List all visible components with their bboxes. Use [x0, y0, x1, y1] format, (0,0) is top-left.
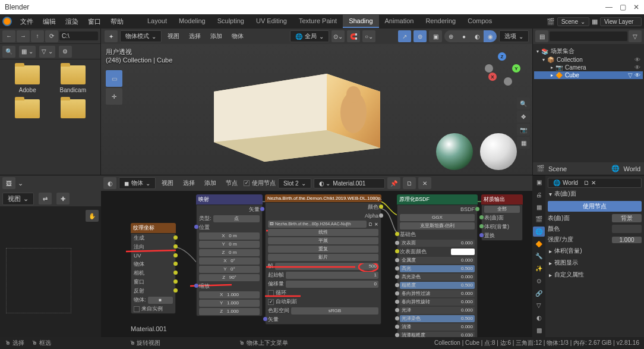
- node-node-menu[interactable]: 节点: [222, 179, 241, 187]
- panel-viewport[interactable]: ▸视图显示: [548, 257, 642, 269]
- material-dropdown[interactable]: ◐ ⌄ Material.001: [314, 178, 385, 188]
- shade-solid-button[interactable]: ●: [457, 30, 471, 42]
- slot-dropdown[interactable]: Slot 2 ⌄: [278, 178, 311, 188]
- node-principled-bsdf[interactable]: 原理化BSDF BSDF GGX 克里斯坦森-伯利 基础色 次表面0.000 次…: [397, 194, 478, 337]
- vp-object-menu[interactable]: 物体: [228, 32, 247, 40]
- camera-icon[interactable]: 📷: [517, 124, 530, 136]
- world-label[interactable]: World: [623, 165, 640, 172]
- shade-matprev-button[interactable]: ◐: [471, 30, 484, 42]
- ws-texturepaint[interactable]: Texture Paint: [293, 15, 343, 28]
- zoom-icon[interactable]: 🔍: [517, 98, 530, 109]
- ptab-constraint[interactable]: 🔗: [533, 288, 545, 298]
- menu-render[interactable]: 渲染: [62, 17, 82, 26]
- uv-type-icon[interactable]: 🖼: [2, 177, 15, 189]
- instancer-check[interactable]: [134, 306, 140, 312]
- ws-uvediting[interactable]: UV Editing: [250, 15, 293, 28]
- file-refresh-button[interactable]: ⟳: [45, 30, 58, 42]
- viewlayer-dropdown[interactable]: View Layer: [600, 17, 642, 26]
- uv-arrows-icon[interactable]: ⇄: [39, 193, 52, 205]
- move-icon[interactable]: ✥: [517, 111, 530, 122]
- ptab-texture[interactable]: ▩: [533, 325, 545, 335]
- filter-dropdown[interactable]: ▽ ⌄: [39, 46, 55, 58]
- ws-sculpting[interactable]: Sculpting: [211, 15, 250, 28]
- mat-del-icon[interactable]: ✕: [418, 177, 431, 189]
- file-back-button[interactable]: ←: [2, 30, 15, 42]
- uv-hand-icon[interactable]: ✋: [86, 210, 99, 222]
- vp-select-menu[interactable]: 选择: [185, 32, 204, 40]
- viewport-body[interactable]: 用户透视 (248) Collection | Cube ▭ ✛: [101, 44, 532, 175]
- uv-new-icon[interactable]: ✚: [56, 193, 70, 205]
- menu-help[interactable]: 帮助: [107, 17, 127, 26]
- use-nodes-checkbox[interactable]: [244, 180, 250, 186]
- shade-wire-button[interactable]: ⊕: [444, 30, 457, 42]
- vp-view-menu[interactable]: 视图: [164, 32, 183, 40]
- scene-label[interactable]: Scene: [548, 165, 567, 172]
- uv-view-dropdown[interactable]: 视图 ⌄: [2, 193, 34, 205]
- uv-body[interactable]: ✋: [0, 206, 101, 337]
- ws-rendering[interactable]: Rendering: [419, 15, 462, 28]
- shader-type-icon[interactable]: ◐: [103, 177, 116, 189]
- mode-dropdown[interactable]: 物体模式⌄: [120, 30, 162, 42]
- menu-file[interactable]: 文件: [17, 17, 37, 26]
- panel-volume[interactable]: ▸体积(音量): [548, 245, 642, 257]
- ptab-scene[interactable]: 🎬: [533, 214, 545, 225]
- persp-icon[interactable]: ▦: [517, 137, 530, 149]
- pivot-dropdown[interactable]: ⊙⌄: [332, 30, 345, 42]
- ptab-data[interactable]: ▽: [533, 300, 545, 311]
- ptab-object[interactable]: 🔶: [533, 238, 545, 249]
- ws-compositing[interactable]: Compos: [462, 15, 498, 28]
- uv-canvas[interactable]: [6, 248, 71, 313]
- use-nodes-button[interactable]: 使用节点: [548, 201, 642, 212]
- node-mode-dropdown[interactable]: ◼ 物体 ⌄: [119, 177, 156, 189]
- display-mode-dropdown[interactable]: ▦ ⌄: [19, 46, 36, 58]
- xray-toggle[interactable]: ▣: [429, 30, 442, 42]
- ptab-render[interactable]: ▣: [533, 177, 545, 188]
- node-select-menu[interactable]: 选择: [179, 179, 198, 187]
- node-image-texture[interactable]: Nezha.Birth.of.the.Demon.Child.2019.WEB-…: [265, 194, 381, 325]
- ptab-viewlayer[interactable]: ▦: [533, 202, 545, 212]
- strength-input[interactable]: 1.000: [612, 237, 642, 243]
- gear-icon[interactable]: ⚙: [59, 46, 72, 58]
- mat-new-icon[interactable]: 🗋: [403, 177, 416, 189]
- gizmo-toggle[interactable]: ↗: [398, 30, 411, 42]
- outliner-type-icon[interactable]: ▤: [535, 30, 548, 42]
- maximize-button[interactable]: ▢: [620, 3, 626, 11]
- file-up-button[interactable]: ↑: [31, 30, 44, 42]
- menu-window[interactable]: 窗口: [84, 17, 105, 26]
- node-texcoord[interactable]: 纹理坐标 生成 法向 UV 物体 相机 窗口 反射 物体:■ 来自实例: [131, 223, 176, 314]
- node-canvas[interactable]: 纹理坐标 生成 法向 UV 物体 相机 窗口 反射 物体:■ 来自实例 映射: [101, 191, 532, 337]
- overlay-toggle[interactable]: ⊚: [413, 30, 427, 42]
- folder-item[interactable]: Bandicam: [52, 65, 95, 93]
- menu-edit[interactable]: 编辑: [39, 17, 59, 26]
- file-path-input[interactable]: C:\: [59, 32, 98, 40]
- tree-row[interactable]: ▸📷 Camera👁: [534, 64, 643, 71]
- editor-type-icon[interactable]: ✦: [105, 30, 118, 42]
- search-icon[interactable]: 🔍: [2, 46, 15, 58]
- node-mapping[interactable]: 映射 矢量 类型:点 位置 X 0 m Y 0 m Z 0 m X 0° Y 0…: [196, 194, 263, 316]
- vp-add-menu[interactable]: 添加: [207, 32, 226, 40]
- options-dropdown[interactable]: 选项⌄: [499, 30, 529, 42]
- color-swatch[interactable]: [612, 225, 642, 233]
- node-material-output[interactable]: 材质输出 全部 表(曲)面 体积(音量) 置换: [481, 194, 523, 241]
- file-forward-button[interactable]: →: [17, 30, 30, 42]
- snap-toggle[interactable]: 🧲: [347, 30, 360, 42]
- folder-item[interactable]: [6, 99, 49, 118]
- ws-layout[interactable]: Layout: [141, 15, 173, 28]
- proportional-toggle[interactable]: ○⌄: [362, 30, 375, 42]
- select-tool[interactable]: ▭: [106, 70, 122, 87]
- node-view-menu[interactable]: 视图: [158, 179, 177, 187]
- world-datablock[interactable]: 🌐 World 🗋 ✕: [548, 178, 642, 188]
- ptab-particle[interactable]: ✨: [533, 263, 545, 274]
- ptab-physics[interactable]: ⊙: [533, 276, 545, 287]
- tree-row[interactable]: ▾📦 Collection👁: [534, 56, 643, 64]
- ws-shading[interactable]: Shading: [343, 15, 378, 28]
- filter-icon[interactable]: ▽: [629, 30, 642, 42]
- folder-item[interactable]: Adobe: [6, 65, 49, 93]
- ptab-world[interactable]: 🌐: [533, 227, 545, 237]
- ws-animation[interactable]: Animation: [379, 15, 420, 28]
- ptab-material[interactable]: ◐: [533, 313, 545, 323]
- tree-row-selected[interactable]: ▸🔶 Cube▽ 👁: [534, 71, 643, 79]
- orientation-dropdown[interactable]: 🌐 全局 ⌄: [290, 30, 329, 42]
- shade-render-button[interactable]: ◉: [484, 30, 497, 42]
- ptab-output[interactable]: 🖨: [533, 190, 545, 200]
